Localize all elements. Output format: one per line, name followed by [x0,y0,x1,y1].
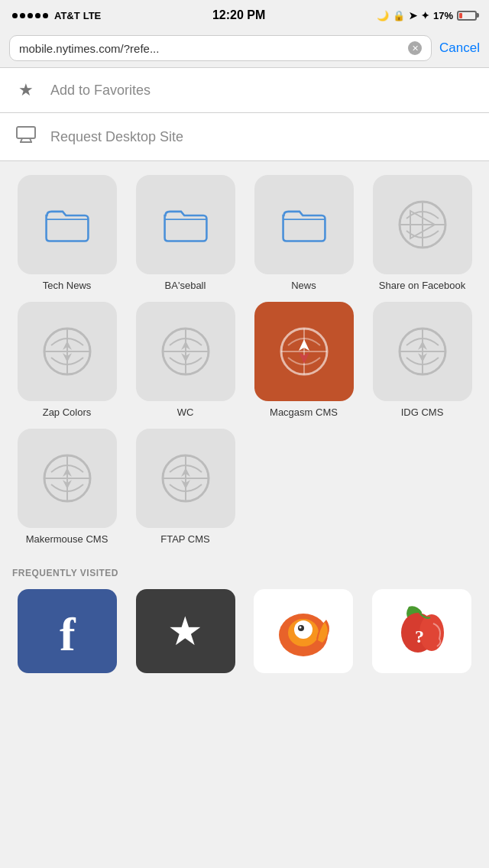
bookmark-ftap-cms[interactable]: FTAP CMS [131,429,240,546]
facebook-f-logo: f [60,604,76,658]
freq-item-facebook[interactable]: f [12,589,123,673]
freq-icon-moz [254,589,353,673]
bookmark-label-zap-colors: Zap Colors [43,406,92,419]
bookmark-news[interactable]: News [249,175,358,293]
bookmark-icon-zap-colors [18,302,117,401]
status-right: 🌙 🔒 ➤ ✦ 17% [377,10,477,21]
status-left: AT&T LTE [12,10,101,21]
url-text: mobile.nytimes.com/?refe... [19,42,402,55]
signal-dots [12,13,48,18]
add-to-favorites-item[interactable]: ★ Add to Favorites [0,68,489,112]
bookmark-label-makermouse-cms: Makermouse CMS [26,533,108,546]
bookmark-icon-macgasm-cms [254,302,354,401]
signal-dot [20,13,25,18]
bookmark-makermouse-cms[interactable]: Makermouse CMS [12,429,121,546]
clear-url-button[interactable]: ✕ [408,41,422,55]
bookmarks-section: Tech News BA'seball News [0,161,489,546]
bluetooth-icon: ✦ [421,10,429,21]
star-logo: ★ [167,611,203,651]
freq-icon-apple: ? [372,589,471,673]
bookmark-icon-news [254,175,354,274]
status-bar: AT&T LTE 12:20 PM 🌙 🔒 ➤ ✦ 17% [0,0,489,31]
bookmark-label-ftap-cms: FTAP CMS [160,533,210,546]
desktop-icon [15,125,37,148]
bookmark-wc[interactable]: WC [131,302,240,419]
signal-dot [35,13,40,18]
request-desktop-label: Request Desktop Site [50,129,183,145]
freq-item-apple[interactable]: ? [367,589,478,673]
signal-dot [28,13,33,18]
bookmark-icon-ftap-cms [136,429,235,528]
bookmark-label-share-facebook: Share on Facebook [379,280,465,293]
network-type: LTE [83,10,102,21]
location-icon: ➤ [409,10,417,21]
bookmark-zap-colors[interactable]: Zap Colors [12,302,121,419]
battery-percent: 17% [433,10,453,21]
bookmark-share-facebook[interactable]: Share on Facebook [368,175,477,293]
bookmark-macgasm-cms[interactable]: Macgasm CMS [249,302,358,419]
bookmark-label-baseball: BA'seball [165,280,206,293]
frequently-visited-section: FREQUENTLY VISITED f ★ [0,555,489,673]
bookmark-label-wc: WC [177,406,194,419]
battery-fill [459,13,462,18]
url-input-wrap[interactable]: mobile.nytimes.com/?refe... ✕ [9,35,432,61]
status-time: 12:20 PM [212,8,265,22]
bookmark-idg-cms[interactable]: IDG CMS [368,302,477,419]
frequently-visited-title: FREQUENTLY VISITED [12,568,477,578]
svg-point-41 [300,626,302,628]
battery-icon [457,11,477,21]
add-to-favorites-label: Add to Favorites [50,83,151,99]
bookmark-icon-makermouse-cms [18,429,117,528]
bookmark-icon-baseball [136,175,235,274]
freq-item-moz[interactable] [248,589,359,673]
bookmark-label-idg-cms: IDG CMS [401,406,444,419]
bookmarks-grid: Tech News BA'seball News [12,175,477,546]
request-desktop-item[interactable]: Request Desktop Site [0,113,489,160]
signal-dot [12,13,18,18]
bookmark-icon-wc [136,302,235,401]
carrier-text: AT&T [54,10,80,21]
bookmark-tech-news[interactable]: Tech News [12,175,121,293]
signal-dot [43,13,48,18]
url-bar: mobile.nytimes.com/?refe... ✕ Cancel [0,31,489,67]
star-icon: ★ [15,80,37,100]
freq-item-starred[interactable]: ★ [131,589,241,673]
freq-icon-starred: ★ [136,589,235,673]
lock-icon: 🔒 [393,10,405,21]
freq-icon-facebook: f [18,589,117,673]
bookmark-label-news: News [291,280,316,293]
moon-icon: 🌙 [377,10,389,21]
frequently-visited-grid: f ★ [12,589,477,673]
bookmark-icon-share-facebook [373,175,472,274]
bookmark-icon-idg-cms [373,302,472,401]
svg-rect-0 [17,127,35,138]
svg-text:?: ? [415,627,424,646]
bookmark-label-macgasm-cms: Macgasm CMS [270,406,338,419]
cancel-button[interactable]: Cancel [439,40,480,56]
bookmark-label-tech-news: Tech News [43,280,92,293]
bookmark-baseball[interactable]: BA'seball [131,175,240,293]
bookmark-icon-tech-news [18,175,117,274]
